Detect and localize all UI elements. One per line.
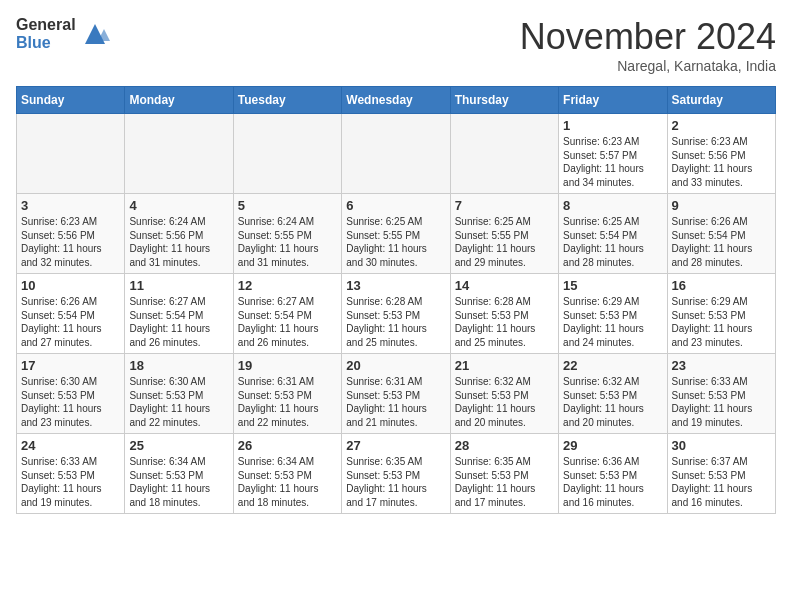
- day-number: 3: [21, 198, 120, 213]
- day-info: Sunrise: 6:27 AM Sunset: 5:54 PM Dayligh…: [129, 295, 228, 349]
- day-info: Sunrise: 6:30 AM Sunset: 5:53 PM Dayligh…: [129, 375, 228, 429]
- column-header-saturday: Saturday: [667, 87, 775, 114]
- day-info: Sunrise: 6:23 AM Sunset: 5:56 PM Dayligh…: [21, 215, 120, 269]
- column-header-wednesday: Wednesday: [342, 87, 450, 114]
- day-info: Sunrise: 6:28 AM Sunset: 5:53 PM Dayligh…: [455, 295, 554, 349]
- day-info: Sunrise: 6:24 AM Sunset: 5:55 PM Dayligh…: [238, 215, 337, 269]
- day-number: 2: [672, 118, 771, 133]
- calendar-cell: 19Sunrise: 6:31 AM Sunset: 5:53 PM Dayli…: [233, 354, 341, 434]
- day-number: 17: [21, 358, 120, 373]
- day-info: Sunrise: 6:31 AM Sunset: 5:53 PM Dayligh…: [346, 375, 445, 429]
- calendar-cell: 3Sunrise: 6:23 AM Sunset: 5:56 PM Daylig…: [17, 194, 125, 274]
- calendar-cell: 10Sunrise: 6:26 AM Sunset: 5:54 PM Dayli…: [17, 274, 125, 354]
- day-number: 14: [455, 278, 554, 293]
- day-number: 19: [238, 358, 337, 373]
- day-number: 26: [238, 438, 337, 453]
- calendar-cell: 1Sunrise: 6:23 AM Sunset: 5:57 PM Daylig…: [559, 114, 667, 194]
- calendar-cell: 30Sunrise: 6:37 AM Sunset: 5:53 PM Dayli…: [667, 434, 775, 514]
- day-number: 28: [455, 438, 554, 453]
- calendar-cell: 27Sunrise: 6:35 AM Sunset: 5:53 PM Dayli…: [342, 434, 450, 514]
- calendar-cell: 29Sunrise: 6:36 AM Sunset: 5:53 PM Dayli…: [559, 434, 667, 514]
- day-number: 12: [238, 278, 337, 293]
- calendar-header-row: SundayMondayTuesdayWednesdayThursdayFrid…: [17, 87, 776, 114]
- day-number: 25: [129, 438, 228, 453]
- day-number: 13: [346, 278, 445, 293]
- calendar-cell: 24Sunrise: 6:33 AM Sunset: 5:53 PM Dayli…: [17, 434, 125, 514]
- day-info: Sunrise: 6:28 AM Sunset: 5:53 PM Dayligh…: [346, 295, 445, 349]
- calendar-cell: 5Sunrise: 6:24 AM Sunset: 5:55 PM Daylig…: [233, 194, 341, 274]
- calendar-cell: 6Sunrise: 6:25 AM Sunset: 5:55 PM Daylig…: [342, 194, 450, 274]
- page-header: General Blue November 2024 Naregal, Karn…: [16, 16, 776, 74]
- calendar-cell: [450, 114, 558, 194]
- calendar-cell: 12Sunrise: 6:27 AM Sunset: 5:54 PM Dayli…: [233, 274, 341, 354]
- day-info: Sunrise: 6:29 AM Sunset: 5:53 PM Dayligh…: [563, 295, 662, 349]
- day-info: Sunrise: 6:32 AM Sunset: 5:53 PM Dayligh…: [455, 375, 554, 429]
- calendar-cell: 8Sunrise: 6:25 AM Sunset: 5:54 PM Daylig…: [559, 194, 667, 274]
- calendar-cell: 15Sunrise: 6:29 AM Sunset: 5:53 PM Dayli…: [559, 274, 667, 354]
- calendar-cell: 26Sunrise: 6:34 AM Sunset: 5:53 PM Dayli…: [233, 434, 341, 514]
- day-info: Sunrise: 6:34 AM Sunset: 5:53 PM Dayligh…: [129, 455, 228, 509]
- logo-icon: [80, 19, 110, 49]
- column-header-tuesday: Tuesday: [233, 87, 341, 114]
- day-info: Sunrise: 6:31 AM Sunset: 5:53 PM Dayligh…: [238, 375, 337, 429]
- column-header-sunday: Sunday: [17, 87, 125, 114]
- day-info: Sunrise: 6:25 AM Sunset: 5:55 PM Dayligh…: [455, 215, 554, 269]
- day-number: 16: [672, 278, 771, 293]
- day-info: Sunrise: 6:25 AM Sunset: 5:54 PM Dayligh…: [563, 215, 662, 269]
- day-info: Sunrise: 6:33 AM Sunset: 5:53 PM Dayligh…: [21, 455, 120, 509]
- calendar-cell: 18Sunrise: 6:30 AM Sunset: 5:53 PM Dayli…: [125, 354, 233, 434]
- calendar-cell: 9Sunrise: 6:26 AM Sunset: 5:54 PM Daylig…: [667, 194, 775, 274]
- calendar-week-4: 17Sunrise: 6:30 AM Sunset: 5:53 PM Dayli…: [17, 354, 776, 434]
- calendar-cell: 2Sunrise: 6:23 AM Sunset: 5:56 PM Daylig…: [667, 114, 775, 194]
- calendar-cell: 20Sunrise: 6:31 AM Sunset: 5:53 PM Dayli…: [342, 354, 450, 434]
- day-info: Sunrise: 6:37 AM Sunset: 5:53 PM Dayligh…: [672, 455, 771, 509]
- day-number: 23: [672, 358, 771, 373]
- day-number: 8: [563, 198, 662, 213]
- day-number: 21: [455, 358, 554, 373]
- day-number: 1: [563, 118, 662, 133]
- day-info: Sunrise: 6:27 AM Sunset: 5:54 PM Dayligh…: [238, 295, 337, 349]
- day-number: 29: [563, 438, 662, 453]
- day-info: Sunrise: 6:26 AM Sunset: 5:54 PM Dayligh…: [21, 295, 120, 349]
- day-number: 18: [129, 358, 228, 373]
- day-number: 27: [346, 438, 445, 453]
- day-info: Sunrise: 6:34 AM Sunset: 5:53 PM Dayligh…: [238, 455, 337, 509]
- calendar-cell: 16Sunrise: 6:29 AM Sunset: 5:53 PM Dayli…: [667, 274, 775, 354]
- calendar-week-2: 3Sunrise: 6:23 AM Sunset: 5:56 PM Daylig…: [17, 194, 776, 274]
- calendar-cell: [125, 114, 233, 194]
- day-info: Sunrise: 6:25 AM Sunset: 5:55 PM Dayligh…: [346, 215, 445, 269]
- day-number: 6: [346, 198, 445, 213]
- calendar-cell: 4Sunrise: 6:24 AM Sunset: 5:56 PM Daylig…: [125, 194, 233, 274]
- day-number: 10: [21, 278, 120, 293]
- calendar-week-1: 1Sunrise: 6:23 AM Sunset: 5:57 PM Daylig…: [17, 114, 776, 194]
- day-number: 5: [238, 198, 337, 213]
- day-info: Sunrise: 6:36 AM Sunset: 5:53 PM Dayligh…: [563, 455, 662, 509]
- day-info: Sunrise: 6:29 AM Sunset: 5:53 PM Dayligh…: [672, 295, 771, 349]
- day-info: Sunrise: 6:30 AM Sunset: 5:53 PM Dayligh…: [21, 375, 120, 429]
- day-info: Sunrise: 6:23 AM Sunset: 5:57 PM Dayligh…: [563, 135, 662, 189]
- calendar-cell: [342, 114, 450, 194]
- logo: General Blue: [16, 16, 110, 51]
- column-header-friday: Friday: [559, 87, 667, 114]
- calendar-cell: 23Sunrise: 6:33 AM Sunset: 5:53 PM Dayli…: [667, 354, 775, 434]
- day-number: 11: [129, 278, 228, 293]
- day-number: 22: [563, 358, 662, 373]
- day-info: Sunrise: 6:32 AM Sunset: 5:53 PM Dayligh…: [563, 375, 662, 429]
- title-section: November 2024 Naregal, Karnataka, India: [520, 16, 776, 74]
- calendar-cell: 17Sunrise: 6:30 AM Sunset: 5:53 PM Dayli…: [17, 354, 125, 434]
- day-info: Sunrise: 6:24 AM Sunset: 5:56 PM Dayligh…: [129, 215, 228, 269]
- column-header-monday: Monday: [125, 87, 233, 114]
- calendar: SundayMondayTuesdayWednesdayThursdayFrid…: [16, 86, 776, 514]
- day-info: Sunrise: 6:35 AM Sunset: 5:53 PM Dayligh…: [346, 455, 445, 509]
- calendar-cell: 21Sunrise: 6:32 AM Sunset: 5:53 PM Dayli…: [450, 354, 558, 434]
- calendar-cell: 25Sunrise: 6:34 AM Sunset: 5:53 PM Dayli…: [125, 434, 233, 514]
- calendar-cell: 13Sunrise: 6:28 AM Sunset: 5:53 PM Dayli…: [342, 274, 450, 354]
- day-number: 30: [672, 438, 771, 453]
- column-header-thursday: Thursday: [450, 87, 558, 114]
- day-number: 24: [21, 438, 120, 453]
- day-info: Sunrise: 6:26 AM Sunset: 5:54 PM Dayligh…: [672, 215, 771, 269]
- day-number: 4: [129, 198, 228, 213]
- calendar-cell: 22Sunrise: 6:32 AM Sunset: 5:53 PM Dayli…: [559, 354, 667, 434]
- calendar-cell: 7Sunrise: 6:25 AM Sunset: 5:55 PM Daylig…: [450, 194, 558, 274]
- day-info: Sunrise: 6:23 AM Sunset: 5:56 PM Dayligh…: [672, 135, 771, 189]
